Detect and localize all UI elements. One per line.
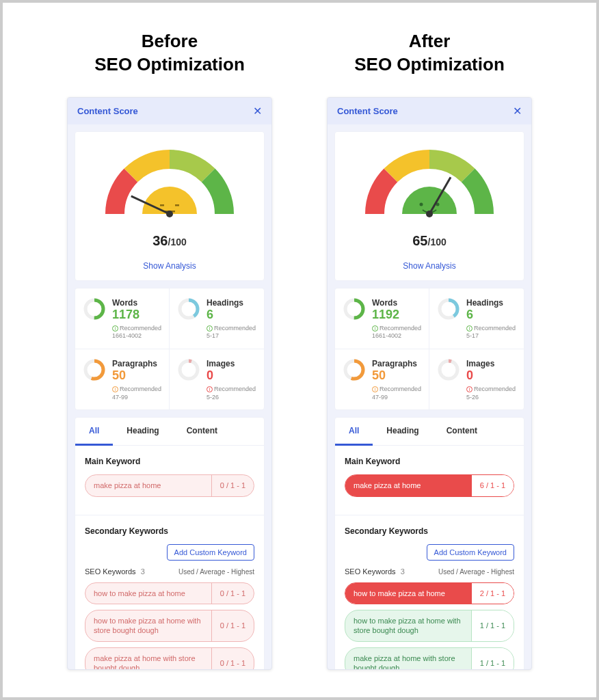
svg-point-11 bbox=[180, 361, 198, 379]
stat-recommended: iRecommended5-17 bbox=[466, 325, 518, 340]
keyword-text: how to make pizza at home bbox=[85, 583, 211, 604]
stat-images: Images 0 iRecommended5-26 bbox=[170, 349, 264, 409]
keyword-pill[interactable]: how to make pizza at home with store bou… bbox=[345, 610, 514, 642]
panel-title: Content Score bbox=[337, 106, 398, 116]
keyword-pill[interactable]: make pizza at home 0 / 1 - 1 bbox=[85, 474, 254, 496]
stat-label: Paragraphs bbox=[372, 359, 423, 368]
before-panel: Content Score ✕ 36/100 Show Analysis Wor… bbox=[67, 97, 272, 670]
seo-keywords-label: SEO Keywords 3 bbox=[85, 567, 145, 576]
keyword-pill[interactable]: make pizza at home with store bought dou… bbox=[85, 647, 254, 670]
seo-keywords-header: SEO Keywords 3 Used / Average - Highest bbox=[85, 567, 254, 576]
keyword-stat: 0 / 1 - 1 bbox=[211, 583, 254, 604]
seo-keywords-legend: Used / Average - Highest bbox=[438, 568, 514, 576]
keyword-pill[interactable]: how to make pizza at home 2 / 1 - 1 bbox=[345, 582, 514, 604]
stat-value: 50 bbox=[112, 368, 163, 383]
tab-content[interactable]: Content bbox=[433, 418, 491, 445]
panel-header: Content Score ✕ bbox=[328, 98, 531, 124]
stat-headings: Headings 6 iRecommended5-17 bbox=[170, 288, 264, 349]
stats-grid: Words 1192 iRecommended1661-4002 Heading… bbox=[334, 288, 524, 411]
keywords-card: All Heading Content Main Keyword make pi… bbox=[75, 417, 265, 670]
stat-label: Words bbox=[112, 298, 163, 308]
keyword-pill[interactable]: how to make pizza at home with store bou… bbox=[85, 610, 254, 642]
close-icon[interactable]: ✕ bbox=[513, 105, 522, 118]
stat-paragraphs: Paragraphs 50 iRecommended47-99 bbox=[75, 349, 170, 409]
seo-keywords-header: SEO Keywords 3 Used / Average - Highest bbox=[345, 567, 514, 576]
before-title: Before SEO Optimization bbox=[94, 30, 245, 77]
panel-header: Content Score ✕ bbox=[68, 98, 271, 124]
before-column: Before SEO Optimization Content Score ✕ … bbox=[60, 30, 279, 670]
keyword-pill[interactable]: how to make pizza at home 0 / 1 - 1 bbox=[85, 582, 254, 604]
secondary-keyword-label: Secondary Keywords bbox=[345, 526, 514, 536]
secondary-keyword-list: how to make pizza at home 2 / 1 - 1 how … bbox=[345, 582, 514, 670]
stat-recommended: iRecommended47-99 bbox=[112, 386, 163, 401]
stat-value: 50 bbox=[372, 368, 423, 383]
keyword-stat: 2 / 1 - 1 bbox=[471, 583, 514, 604]
keyword-text: how to make pizza at home bbox=[345, 583, 471, 604]
score-value: 36/100 bbox=[83, 233, 256, 249]
keyword-stat: 1 / 1 - 1 bbox=[471, 610, 514, 641]
svg-point-16 bbox=[426, 211, 433, 217]
seo-keywords-legend: Used / Average - Highest bbox=[178, 568, 254, 576]
svg-rect-0 bbox=[160, 204, 164, 206]
tab-all[interactable]: All bbox=[335, 418, 373, 446]
tabs: All Heading Content bbox=[75, 418, 264, 446]
keyword-stat: 6 / 1 - 1 bbox=[471, 475, 514, 496]
stat-recommended: iRecommended5-17 bbox=[207, 325, 258, 340]
stat-headings: Headings 6 iRecommended5-17 bbox=[429, 288, 524, 349]
stat-value: 0 bbox=[466, 368, 518, 383]
keyword-pill[interactable]: make pizza at home with store bought dou… bbox=[345, 647, 514, 670]
after-panel: Content Score ✕ 65/100 Show Analysis Wor… bbox=[327, 97, 532, 670]
keyword-pill[interactable]: make pizza at home 6 / 1 - 1 bbox=[345, 474, 514, 496]
svg-point-23 bbox=[440, 361, 457, 379]
stat-recommended: iRecommended47-99 bbox=[372, 386, 423, 401]
keyword-stat: 0 / 1 - 1 bbox=[211, 475, 254, 496]
add-custom-keyword-button[interactable]: Add Custom Keyword bbox=[167, 544, 254, 561]
stat-label: Words bbox=[372, 298, 423, 308]
keyword-text: make pizza at home with store bought dou… bbox=[85, 648, 211, 670]
stat-recommended: iRecommended1661-4002 bbox=[372, 325, 423, 340]
tab-heading[interactable]: Heading bbox=[373, 418, 432, 445]
show-analysis-link[interactable]: Show Analysis bbox=[83, 261, 256, 271]
stat-paragraphs: Paragraphs 50 iRecommended47-99 bbox=[335, 349, 429, 409]
comparison-container: Before SEO Optimization Content Score ✕ … bbox=[0, 0, 599, 700]
tab-content[interactable]: Content bbox=[173, 418, 231, 445]
add-custom-keyword-button[interactable]: Add Custom Keyword bbox=[427, 544, 514, 561]
secondary-keyword-section: Secondary Keywords Add Custom Keyword SE… bbox=[335, 515, 524, 670]
tabs: All Heading Content bbox=[335, 418, 524, 446]
add-keyword-row: Add Custom Keyword bbox=[345, 544, 514, 561]
keyword-text: make pizza at home bbox=[85, 475, 211, 496]
seo-keywords-label: SEO Keywords 3 bbox=[345, 567, 405, 576]
panel-title: Content Score bbox=[77, 106, 138, 116]
tab-all[interactable]: All bbox=[75, 418, 113, 446]
keyword-stat: 0 / 1 - 1 bbox=[211, 610, 254, 641]
tab-heading[interactable]: Heading bbox=[113, 418, 172, 445]
stat-images: Images 0 iRecommended5-26 bbox=[429, 349, 524, 409]
stat-label: Images bbox=[466, 359, 518, 368]
stat-value: 6 bbox=[207, 308, 258, 322]
keywords-card: All Heading Content Main Keyword make pi… bbox=[334, 417, 524, 670]
stat-label: Headings bbox=[466, 298, 518, 308]
stat-label: Paragraphs bbox=[112, 359, 163, 368]
main-keyword-section: Main Keyword make pizza at home 6 / 1 - … bbox=[335, 446, 524, 514]
score-value: 65/100 bbox=[343, 233, 516, 249]
after-title: After SEO Optimization bbox=[354, 30, 505, 77]
keyword-text: make pizza at home with store bought dou… bbox=[345, 648, 471, 670]
gauge-before bbox=[101, 146, 238, 228]
secondary-keyword-label: Secondary Keywords bbox=[85, 526, 254, 536]
score-denom: /100 bbox=[428, 237, 447, 247]
stat-value: 0 bbox=[207, 368, 258, 383]
svg-rect-1 bbox=[175, 204, 179, 206]
score-card: 65/100 Show Analysis bbox=[334, 131, 524, 281]
add-keyword-row: Add Custom Keyword bbox=[85, 544, 254, 561]
keyword-text: make pizza at home bbox=[345, 475, 471, 496]
stats-grid: Words 1178 iRecommended1661-4002 Heading… bbox=[75, 288, 265, 411]
keyword-stat: 0 / 1 - 1 bbox=[211, 648, 254, 670]
svg-point-4 bbox=[166, 211, 173, 217]
score-number: 65 bbox=[412, 233, 427, 248]
stat-recommended: iRecommended5-26 bbox=[466, 386, 518, 401]
close-icon[interactable]: ✕ bbox=[253, 105, 262, 118]
secondary-keyword-section: Secondary Keywords Add Custom Keyword SE… bbox=[75, 515, 264, 670]
main-keyword-pill: make pizza at home 6 / 1 - 1 bbox=[345, 474, 514, 496]
show-analysis-link[interactable]: Show Analysis bbox=[343, 261, 516, 271]
score-number: 36 bbox=[152, 233, 168, 248]
